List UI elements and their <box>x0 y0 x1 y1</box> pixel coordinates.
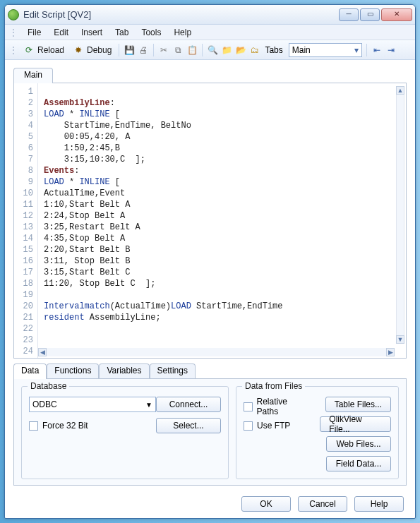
connect-button[interactable]: Connect... <box>156 397 221 412</box>
grip-icon: ⋮ <box>9 28 18 37</box>
folder-add-icon[interactable]: 🗂 <box>249 44 260 56</box>
scroll-left-icon[interactable]: ◀ <box>38 348 47 356</box>
checkbox-box-icon <box>29 421 38 431</box>
outdent-icon[interactable]: ⇤ <box>371 44 383 56</box>
tabs-dropdown[interactable]: Main ▾ <box>289 43 362 57</box>
indent-icon[interactable]: ⇥ <box>385 44 397 56</box>
tab-data[interactable]: Data <box>13 363 47 379</box>
debug-label: Debug <box>87 45 112 55</box>
paste-icon[interactable]: 📋 <box>186 44 198 56</box>
window-buttons: ─ ▭ ✕ <box>339 8 412 21</box>
grip-icon: ⋮ <box>9 45 18 55</box>
reload-button[interactable]: ⟳ Reload <box>20 43 67 57</box>
bug-icon: ✸ <box>73 44 84 56</box>
menu-help[interactable]: Help <box>168 26 197 39</box>
horizontal-scrollbar[interactable]: ◀ ▶ <box>38 348 395 356</box>
editor-tabstrip: Main <box>13 67 407 83</box>
menu-file[interactable]: File <box>22 26 47 39</box>
maximize-button[interactable]: ▭ <box>360 8 380 21</box>
force32-checkbox[interactable]: Force 32 Bit <box>29 421 88 431</box>
vertical-scrollbar[interactable]: ▲ ▼ <box>396 86 404 344</box>
editor-zone: Main 1 2 3 4 5 6 7 8 9 10 11 12 13 14 15… <box>5 60 415 363</box>
panel-tabstrip: Data Functions Variables Settings <box>13 363 407 378</box>
checkbox-box-icon <box>244 402 253 411</box>
qlikview-file-button[interactable]: QlikView File... <box>320 416 391 432</box>
scroll-up-icon[interactable]: ▲ <box>396 86 404 95</box>
chevron-down-icon: ▼ <box>145 401 152 409</box>
menu-edit[interactable]: Edit <box>48 26 74 39</box>
menu-tab[interactable]: Tab <box>109 26 134 39</box>
reload-icon: ⟳ <box>23 44 35 56</box>
relative-paths-checkbox[interactable]: Relative Paths <box>244 397 308 416</box>
menu-tools[interactable]: Tools <box>136 26 167 39</box>
print-icon[interactable]: 🖨 <box>138 44 149 56</box>
cut-icon[interactable]: ✂ <box>158 44 169 56</box>
force32-label: Force 32 Bit <box>42 421 88 431</box>
tab-variables[interactable]: Variables <box>99 363 149 379</box>
files-group: Data from Files Relative Paths Use FTP <box>236 386 399 479</box>
reload-label: Reload <box>37 45 64 55</box>
useftp-label: Use FTP <box>257 421 290 431</box>
cancel-button[interactable]: Cancel <box>298 496 347 512</box>
separator <box>366 44 367 56</box>
table-files-button[interactable]: Table Files... <box>325 397 391 412</box>
minimize-button[interactable]: ─ <box>339 8 359 21</box>
copy-icon[interactable]: ⧉ <box>172 44 184 56</box>
edit-script-window: Edit Script [QV2] ─ ▭ ✕ ⋮ File Edit Inse… <box>4 4 416 519</box>
toolbar: ⋮ ⟳ Reload ✸ Debug 💾 🖨 ✂ ⧉ 📋 🔍 📁 📂 🗂 Tab… <box>5 40 415 60</box>
separator <box>202 44 203 56</box>
debug-button[interactable]: ✸ Debug <box>70 43 114 57</box>
tab-main[interactable]: Main <box>13 68 53 83</box>
relative-label: Relative Paths <box>257 397 309 416</box>
panel-body: Database ODBC ▼ Connect... Force 32 Bit <box>13 378 407 486</box>
chevron-down-icon: ▾ <box>354 45 359 55</box>
code-editor[interactable]: AssembilyLine: LOAD * INLINE [ StartTime… <box>38 83 406 358</box>
folder-up-icon[interactable]: 📂 <box>235 44 246 56</box>
help-button[interactable]: Help <box>354 496 404 512</box>
editor-frame: 1 2 3 4 5 6 7 8 9 10 11 12 13 14 15 16 1… <box>13 83 407 359</box>
save-icon[interactable]: 💾 <box>124 44 135 56</box>
tabs-selected-value: Main <box>292 45 311 55</box>
tabs-label: Tabs <box>265 45 282 55</box>
scroll-track[interactable] <box>396 95 404 335</box>
connection-panel: Data Functions Variables Settings Databa… <box>5 363 415 490</box>
titlebar: Edit Script [QV2] ─ ▭ ✕ <box>5 5 415 25</box>
database-legend: Database <box>28 381 69 391</box>
menubar: ⋮ File Edit Insert Tab Tools Help <box>5 25 415 40</box>
scroll-down-icon[interactable]: ▼ <box>396 335 404 344</box>
use-ftp-checkbox[interactable]: Use FTP <box>244 421 308 431</box>
ok-button[interactable]: OK <box>241 496 291 512</box>
odbc-value: ODBC <box>32 399 57 409</box>
separator <box>119 44 119 56</box>
scroll-right-icon[interactable]: ▶ <box>386 348 395 356</box>
odbc-dropdown[interactable]: ODBC ▼ <box>29 397 156 412</box>
window-title: Edit Script [QV2] <box>23 9 339 20</box>
folder-icon[interactable]: 📁 <box>221 44 232 56</box>
scroll-track[interactable] <box>47 348 386 356</box>
separator <box>153 44 154 56</box>
web-files-button[interactable]: Web Files... <box>326 436 391 452</box>
dialog-buttons: OK Cancel Help <box>5 490 415 518</box>
tab-functions[interactable]: Functions <box>47 363 99 379</box>
line-gutter: 1 2 3 4 5 6 7 8 9 10 11 12 13 14 15 16 1… <box>14 83 38 358</box>
menu-insert[interactable]: Insert <box>76 26 108 39</box>
close-button[interactable]: ✕ <box>381 8 412 21</box>
checkbox-box-icon <box>244 421 253 431</box>
qlikview-icon <box>8 9 19 20</box>
database-group: Database ODBC ▼ Connect... Force 32 Bit <box>21 386 229 479</box>
files-legend: Data from Files <box>242 381 305 391</box>
search-icon[interactable]: 🔍 <box>207 44 218 56</box>
select-button[interactable]: Select... <box>156 418 221 433</box>
field-data-button[interactable]: Field Data... <box>326 456 391 471</box>
tab-settings[interactable]: Settings <box>150 363 196 379</box>
